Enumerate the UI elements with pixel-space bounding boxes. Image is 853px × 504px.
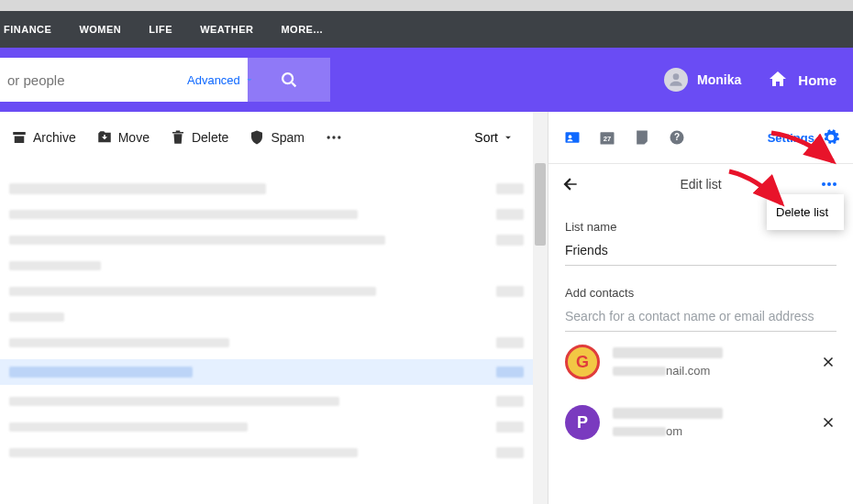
add-contacts-input[interactable]	[565, 305, 836, 332]
mail-list	[0, 163, 533, 466]
mail-row[interactable]	[9, 279, 524, 304]
note-icon	[633, 128, 651, 147]
search-input[interactable]	[7, 58, 182, 102]
settings-link[interactable]: Settings	[768, 131, 814, 145]
person-icon	[667, 71, 685, 89]
contact-email: nail.com	[613, 364, 820, 378]
side-top-toolbar: 27 ? Settings	[548, 112, 853, 163]
mail-row[interactable]	[9, 227, 524, 253]
remove-contact-button[interactable]	[820, 354, 836, 370]
dots-horizontal-icon	[325, 128, 343, 147]
chevron-down-icon	[502, 131, 515, 144]
contact-avatar: G	[565, 345, 600, 379]
list-options-menu: Delete list	[767, 194, 844, 230]
svg-point-7	[569, 135, 572, 138]
header-bar: Advanced Monika Home	[0, 48, 853, 112]
search-button[interactable]	[248, 58, 330, 102]
delete-list-menu-item[interactable]: Delete list	[776, 205, 835, 219]
nav-item-women[interactable]: WOMEN	[79, 24, 121, 35]
mail-row-selected[interactable]	[0, 359, 533, 385]
mail-row[interactable]	[9, 202, 524, 227]
panel-title: Edit list	[548, 177, 853, 192]
scrollbar-thumb[interactable]	[535, 163, 546, 246]
mail-row[interactable]	[9, 389, 524, 414]
contact-row: G nail.com	[548, 332, 853, 392]
svg-text:?: ?	[674, 132, 680, 142]
contact-name-blurred	[613, 347, 723, 358]
mail-row[interactable]	[9, 304, 524, 330]
contact-avatar: P	[565, 405, 600, 440]
contact-row: P om	[548, 392, 853, 453]
svg-point-15	[833, 182, 836, 186]
global-nav: FINANCE WOMEN LIFE WEATHER MORE...	[0, 11, 853, 48]
calendar-icon: 27	[598, 128, 616, 147]
avatar	[664, 68, 688, 92]
search-box: Advanced	[0, 58, 248, 102]
inbox-toolbar: Archive Move Delete Spam S	[0, 112, 533, 163]
mail-row[interactable]	[9, 440, 524, 466]
advanced-search-link[interactable]: Advanced	[187, 73, 255, 87]
contact-name-blurred	[613, 408, 723, 419]
add-contacts-label: Add contacts	[565, 286, 836, 300]
svg-point-5	[338, 136, 340, 138]
svg-point-2	[673, 73, 680, 80]
search-icon	[279, 70, 299, 90]
svg-point-13	[822, 182, 825, 186]
remove-contact-button[interactable]	[820, 414, 836, 431]
home-icon	[767, 69, 789, 91]
svg-line-1	[292, 82, 295, 86]
nav-item-life[interactable]: LIFE	[149, 24, 172, 35]
notes-tab[interactable]	[631, 126, 653, 148]
address-card-icon	[563, 128, 582, 147]
mail-row[interactable]	[9, 176, 524, 202]
move-button[interactable]: Move	[96, 129, 150, 146]
svg-point-3	[327, 136, 329, 138]
window-top-crop	[0, 0, 853, 11]
mail-row[interactable]	[9, 253, 524, 279]
help-icon: ?	[668, 128, 686, 147]
mail-row[interactable]	[9, 414, 524, 440]
svg-text:27: 27	[604, 135, 611, 143]
svg-point-4	[332, 136, 335, 138]
list-name-input[interactable]	[565, 239, 836, 266]
svg-point-0	[282, 73, 293, 83]
nav-item-more[interactable]: MORE...	[281, 24, 323, 35]
svg-point-14	[827, 182, 831, 186]
contacts-tab[interactable]	[561, 126, 583, 148]
user-menu[interactable]: Monika	[664, 68, 741, 92]
scrollbar-track[interactable]	[533, 112, 548, 504]
archive-icon	[11, 129, 28, 146]
delete-button[interactable]: Delete	[170, 129, 228, 146]
home-link[interactable]: Home	[767, 69, 836, 91]
nav-item-weather[interactable]: WEATHER	[200, 24, 253, 35]
back-button[interactable]	[561, 175, 580, 193]
help-tab[interactable]: ?	[666, 126, 688, 148]
trash-icon	[170, 129, 186, 146]
nav-item-finance[interactable]: FINANCE	[4, 24, 51, 35]
mail-row[interactable]	[9, 330, 524, 356]
inbox-pane: Archive Move Delete Spam S	[0, 112, 548, 504]
calendar-tab[interactable]: 27	[596, 126, 618, 148]
sort-button[interactable]: Sort	[474, 130, 522, 145]
contact-email: om	[613, 424, 820, 438]
archive-button[interactable]: Archive	[11, 129, 76, 146]
spam-button[interactable]: Spam	[249, 129, 305, 146]
shield-icon	[249, 129, 265, 146]
more-actions-button[interactable]	[325, 128, 349, 147]
gear-icon[interactable]	[822, 128, 840, 147]
contacts-side-panel: 27 ? Settings Edit list List name Add co…	[548, 112, 853, 504]
move-icon	[96, 129, 113, 146]
user-name: Monika	[697, 72, 741, 87]
